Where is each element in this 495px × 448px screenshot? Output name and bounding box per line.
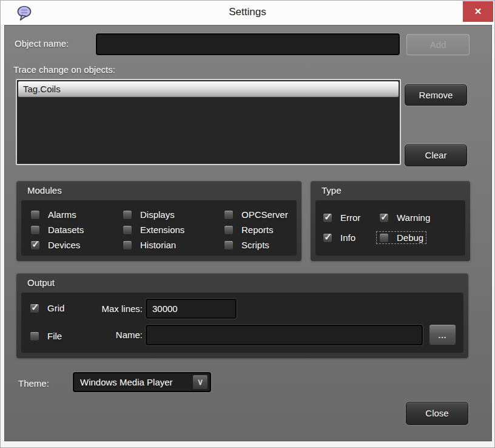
checkbox-icon <box>379 213 389 223</box>
window-close-button[interactable]: ✕ <box>463 1 493 22</box>
checkbox-label: Info <box>340 232 355 243</box>
theme-label: Theme: <box>18 375 49 393</box>
titlebar: Settings ✕ <box>1 1 494 25</box>
clear-button[interactable]: Clear <box>405 144 467 166</box>
type-checkbox-grid: Error Warning Info Debug <box>315 200 465 256</box>
checkbox-debug[interactable]: Debug <box>377 232 426 243</box>
settings-dialog: Settings ✕ Object name: Add Trace change… <box>0 0 495 448</box>
checkbox-file-output[interactable]: File <box>27 330 64 342</box>
file-name-input[interactable] <box>146 325 423 345</box>
modules-checkbox-grid: Alarms Datasets Devices Displays Extensi… <box>21 200 297 256</box>
type-group-title: Type <box>311 181 470 199</box>
checkbox-label: Reports <box>241 225 274 235</box>
checkbox-label: Alarms <box>48 209 76 220</box>
checkbox-grid-output[interactable]: Grid <box>27 302 67 314</box>
checkbox-icon <box>123 225 132 235</box>
remove-button[interactable]: Remove <box>405 84 467 106</box>
checkbox-label: Grid <box>47 303 64 313</box>
output-group: Output Grid Max lines: File Name: ... <box>16 273 468 358</box>
checkbox-label: Extensions <box>140 225 184 235</box>
checkbox-icon <box>224 210 234 220</box>
checkbox-icon <box>30 210 40 220</box>
object-name-input[interactable] <box>96 33 400 55</box>
checkbox-icon <box>30 225 40 235</box>
type-group: Type Error Warning Info Debug <box>311 181 470 261</box>
theme-dropdown[interactable]: Windows Media Player ∨ <box>73 372 211 392</box>
checkbox-label: Displays <box>140 209 175 220</box>
checkbox-icon <box>123 240 132 250</box>
checkbox-opcserver[interactable]: OPCServer <box>221 209 291 220</box>
theme-dropdown-value: Windows Media Player <box>80 373 173 391</box>
output-group-title: Output <box>16 273 468 291</box>
output-group-panel: Grid Max lines: File Name: ... <box>21 293 463 353</box>
modules-group: Modules Alarms Datasets Devices Displays… <box>16 181 301 261</box>
checkbox-datasets[interactable]: Datasets <box>28 224 86 236</box>
close-x-icon: ✕ <box>474 6 482 16</box>
checkbox-label: Error <box>340 212 360 223</box>
modules-group-title: Modules <box>16 181 301 199</box>
checkbox-label: Datasets <box>48 225 84 235</box>
max-lines-label: Max lines: <box>76 299 143 319</box>
checkbox-label: Debug <box>397 232 423 243</box>
checkbox-error[interactable]: Error <box>320 212 363 223</box>
file-name-label: Name: <box>76 325 143 345</box>
modules-group-panel: Alarms Datasets Devices Displays Extensi… <box>21 200 297 256</box>
checkbox-label: File <box>47 331 62 341</box>
checkbox-alarms[interactable]: Alarms <box>28 209 79 220</box>
dialog-content: Object name: Add Trace change on objects… <box>4 25 492 441</box>
checkbox-reports[interactable]: Reports <box>221 224 276 236</box>
checkbox-icon <box>379 233 389 243</box>
checkbox-devices[interactable]: Devices <box>28 239 82 251</box>
checkbox-icon <box>323 213 332 223</box>
window-title: Settings <box>1 1 494 25</box>
checkbox-label: Historian <box>140 240 176 250</box>
checkbox-icon <box>224 225 234 235</box>
checkbox-icon <box>30 331 39 341</box>
checkbox-icon <box>123 210 132 220</box>
checkbox-displays[interactable]: Displays <box>120 209 177 220</box>
checkbox-label: Warning <box>397 212 430 223</box>
checkbox-warning[interactable]: Warning <box>377 212 433 223</box>
checkbox-historian[interactable]: Historian <box>120 239 178 251</box>
checkbox-label: Scripts <box>241 240 269 250</box>
checkbox-label: OPCServer <box>241 209 288 220</box>
close-button[interactable]: Close <box>406 402 468 425</box>
checkbox-info[interactable]: Info <box>320 232 358 243</box>
add-button[interactable]: Add <box>406 34 470 55</box>
list-item-selected[interactable]: Tag.Coils <box>18 81 399 97</box>
checkbox-icon <box>30 240 40 250</box>
checkbox-icon <box>30 304 39 313</box>
checkbox-label: Devices <box>48 240 80 250</box>
trace-objects-listbox[interactable]: Tag.Coils <box>16 79 401 165</box>
trace-objects-label: Trace change on objects: <box>13 64 115 75</box>
type-group-panel: Error Warning Info Debug <box>315 200 465 256</box>
checkbox-icon <box>323 233 332 243</box>
browse-button[interactable]: ... <box>429 324 456 345</box>
checkbox-scripts[interactable]: Scripts <box>221 239 272 251</box>
checkbox-icon <box>224 240 234 250</box>
checkbox-extensions[interactable]: Extensions <box>120 224 187 236</box>
object-name-label: Object name: <box>15 33 69 55</box>
chevron-down-icon[interactable]: ∨ <box>192 375 208 390</box>
max-lines-input[interactable] <box>146 299 237 319</box>
